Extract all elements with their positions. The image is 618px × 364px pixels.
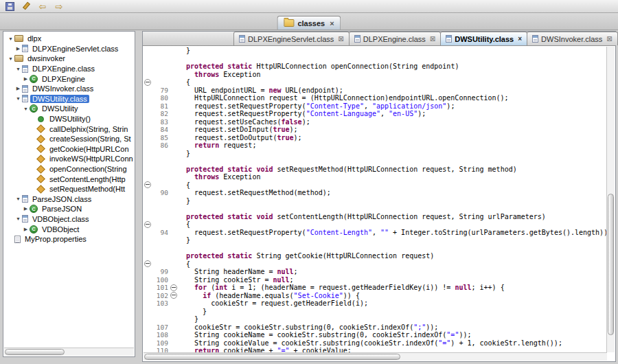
code-area[interactable]: } protected static HttpURLConnection ope… xyxy=(143,47,607,352)
code-line xyxy=(143,157,607,166)
chevron-right-icon[interactable]: ▶ xyxy=(22,227,30,232)
tree-item[interactable]: setRequestMethod(Htt xyxy=(4,184,134,194)
tree-item[interactable]: ▶DWSInvoker.class xyxy=(4,84,134,94)
tree-horizontal-scrollbar[interactable] xyxy=(4,348,134,356)
fold-collapse-icon[interactable] xyxy=(170,292,177,299)
chevron-down-icon[interactable]: ▼ xyxy=(14,67,22,71)
chevron-down-icon[interactable]: ▼ xyxy=(14,96,22,101)
tree-item-label: VDBObject.class xyxy=(30,215,91,223)
annotation-column xyxy=(143,276,152,284)
fold-column xyxy=(170,260,178,269)
tree-item[interactable]: ▼dwsinvoker xyxy=(4,54,134,64)
tree-item[interactable]: ▶DLPXEngineServlet.class xyxy=(4,44,134,54)
scrollbar-thumb[interactable] xyxy=(144,354,400,360)
tree-item[interactable]: ▼VDBObject.class xyxy=(4,214,134,225)
line-number: 84 xyxy=(152,126,170,134)
class-file-icon xyxy=(446,35,452,43)
view-tab-classes[interactable]: classes × xyxy=(277,16,341,30)
package-explorer-panel: ▼dlpx▶DLPXEngineServlet.class▼dwsinvoker… xyxy=(3,31,135,357)
fold-collapse-icon[interactable] xyxy=(170,284,177,291)
code-line: 102 if (headerName.equals("Set-Cookie"))… xyxy=(143,292,607,300)
line-number xyxy=(152,181,170,190)
code-text: request.setRequestProperty("Content-Leng… xyxy=(178,229,607,237)
forward-arrow-icon[interactable] xyxy=(54,1,64,11)
fold-column xyxy=(170,284,178,292)
code-line xyxy=(143,244,607,253)
method-icon xyxy=(36,185,45,194)
tree-item[interactable]: ▶DLPXEngine xyxy=(4,73,134,84)
chevron-down-icon[interactable]: ▼ xyxy=(7,56,14,61)
close-icon[interactable]: ⊠ xyxy=(338,35,343,43)
tree-item[interactable]: ▼DWSUtility xyxy=(4,104,134,114)
line-number xyxy=(152,213,170,221)
tree-item[interactable]: MyProp.properties xyxy=(4,234,134,244)
chevron-right-icon[interactable]: ▶ xyxy=(14,46,22,52)
code-text: { xyxy=(178,260,190,269)
chevron-down-icon[interactable]: ▼ xyxy=(14,216,22,221)
class-icon xyxy=(30,205,38,213)
tree-item[interactable]: openConnection(String xyxy=(4,164,134,174)
code-text: cookieStr = request.getHeaderField(i); xyxy=(178,299,368,308)
chevron-down-icon[interactable]: ▼ xyxy=(7,36,14,41)
code-text: request.setUseCaches(false); xyxy=(178,118,310,126)
fold-collapse-icon[interactable] xyxy=(144,181,151,188)
tree-item[interactable]: ▼DWSUtility.class xyxy=(4,94,134,104)
editor-tab[interactable]: DLPXEngine.class⊠ xyxy=(349,32,442,45)
method-icon xyxy=(36,155,45,163)
code-line: } xyxy=(143,236,607,244)
code-text: request.setRequestMethod(method); xyxy=(178,189,331,197)
code-line: protected static HttpURLConnection openC… xyxy=(143,62,607,71)
tree-item[interactable]: ▼ParseJSON.class xyxy=(4,194,134,205)
editor-vertical-scrollbar[interactable] xyxy=(606,47,615,352)
tree-item[interactable]: setContentLength(Http xyxy=(4,174,134,184)
tree-item[interactable]: ▼DLPXEngine.class xyxy=(4,64,134,74)
line-number xyxy=(152,150,170,158)
tree-item[interactable]: getCookie(HttpURLCon xyxy=(4,144,134,155)
fold-column xyxy=(170,299,178,308)
method-icon xyxy=(36,165,45,174)
chevron-right-icon[interactable]: ▶ xyxy=(22,76,30,82)
editor-tab[interactable]: DWSInvoker.class⊠ xyxy=(527,32,618,45)
code-text: request.setRequestProperty("Content-Type… xyxy=(178,102,455,111)
line-number xyxy=(152,260,170,269)
tree-item[interactable]: createSession(String, St xyxy=(4,134,134,144)
back-arrow-icon[interactable] xyxy=(38,1,47,11)
editor-tab[interactable]: DWSUtility.class× xyxy=(440,32,527,45)
chevron-right-icon[interactable]: ▶ xyxy=(14,86,22,91)
close-icon[interactable]: × xyxy=(518,35,522,43)
tree-item[interactable]: DWSUtility() xyxy=(4,114,134,124)
tree-item[interactable]: ▶ParseJSON xyxy=(4,204,134,214)
save-icon[interactable] xyxy=(5,2,14,11)
close-icon[interactable]: ⊠ xyxy=(606,35,612,43)
line-number xyxy=(152,205,170,213)
chevron-right-icon[interactable]: ▶ xyxy=(22,206,30,212)
tree-item[interactable]: ▶VDBObject xyxy=(4,224,134,234)
code-line: { xyxy=(143,78,607,87)
editor-horizontal-scrollbar[interactable] xyxy=(144,352,607,361)
line-number xyxy=(152,166,170,174)
fold-column xyxy=(170,213,178,221)
annotation-column xyxy=(143,62,152,71)
annotation-column xyxy=(143,47,152,55)
method-icon xyxy=(36,144,45,153)
line-number xyxy=(152,315,170,323)
class-icon xyxy=(30,225,38,234)
scrollbar-thumb[interactable] xyxy=(608,194,614,336)
fold-column xyxy=(170,189,178,197)
fold-collapse-icon[interactable] xyxy=(144,79,151,86)
chevron-down-icon[interactable]: ▼ xyxy=(14,196,22,201)
fold-column xyxy=(170,126,178,134)
tree-item[interactable]: callDelphix(String, Strin xyxy=(4,124,134,134)
code-text: } xyxy=(178,47,190,55)
fold-collapse-icon[interactable] xyxy=(144,260,151,267)
close-icon[interactable]: ⊠ xyxy=(430,35,435,43)
fold-collapse-icon[interactable] xyxy=(144,221,151,228)
line-number: 102 xyxy=(152,292,170,300)
tree-item[interactable]: invokeWS(HttpURLConn xyxy=(4,154,134,164)
editor-tab[interactable]: DLPXEngineServlet.class⊠ xyxy=(233,32,350,45)
chevron-down-icon[interactable]: ▼ xyxy=(22,106,30,111)
pencil-icon[interactable] xyxy=(21,1,31,11)
close-icon[interactable]: × xyxy=(330,19,334,27)
scrollbar-thumb[interactable] xyxy=(5,349,65,355)
tree-item[interactable]: ▼dlpx xyxy=(4,34,134,44)
